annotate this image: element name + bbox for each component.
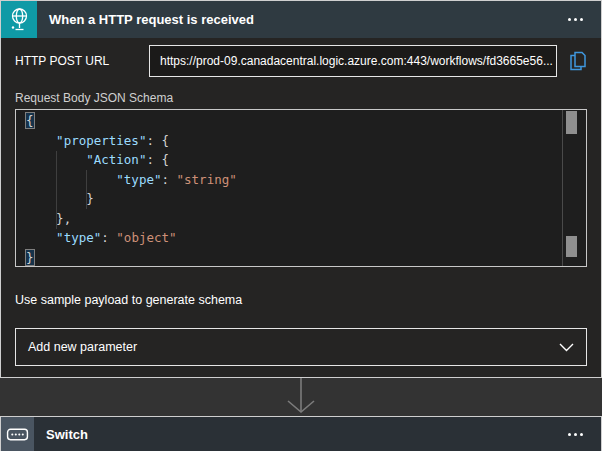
trigger-card-body: HTTP POST URL https://prod-09.canadacent… — [1, 38, 601, 377]
trigger-title: When a HTTP request is received — [49, 12, 254, 27]
logic-app-designer-canvas: When a HTTP request is received HTTP POS… — [0, 0, 602, 451]
switch-title: Switch — [46, 427, 88, 442]
copy-url-button[interactable] — [557, 50, 587, 72]
workflow-connector-arrow — [0, 378, 602, 416]
editor-scrollbar-thumb-secondary[interactable] — [566, 236, 577, 257]
switch-control-icon — [1, 417, 34, 451]
chevron-down-icon — [559, 338, 574, 356]
http-post-url-value[interactable]: https://prod-09.canadacentral.logic.azur… — [149, 45, 557, 77]
code-line: { — [26, 111, 586, 131]
switch-action-card[interactable]: Switch — [0, 416, 602, 451]
code-line: "Action": { — [26, 150, 586, 170]
switch-menu-ellipsis-icon[interactable] — [566, 429, 585, 440]
code-editor-lines: { "properties": { "Action": { "type": "s… — [16, 110, 586, 267]
trigger-card-header[interactable]: When a HTTP request is received — [1, 1, 601, 38]
json-schema-code-editor[interactable]: { "properties": { "Action": { "type": "s… — [15, 109, 587, 267]
editor-scrollbar-track[interactable] — [562, 110, 586, 266]
add-new-parameter-dropdown[interactable]: Add new parameter — [15, 328, 587, 366]
code-line: } — [26, 189, 586, 209]
http-request-globe-icon — [1, 1, 37, 38]
code-line: "properties": { — [26, 131, 586, 151]
indent-guide — [56, 151, 57, 229]
http-post-url-row: HTTP POST URL https://prod-09.canadacent… — [15, 45, 587, 77]
add-new-parameter-label: Add new parameter — [28, 340, 137, 354]
code-line: } — [26, 248, 586, 268]
code-line: "type": "object" — [26, 228, 586, 248]
editor-scrollbar-thumb[interactable] — [566, 111, 577, 134]
http-post-url-label: HTTP POST URL — [15, 54, 149, 68]
code-line: }, — [26, 209, 586, 229]
indent-guide — [86, 170, 87, 209]
use-sample-payload-link[interactable]: Use sample payload to generate schema — [15, 293, 242, 307]
trigger-card-http-request: When a HTTP request is received HTTP POS… — [0, 0, 602, 378]
request-body-json-schema-label: Request Body JSON Schema — [15, 91, 587, 105]
code-line: "type": "string" — [26, 170, 586, 190]
trigger-menu-ellipsis-icon[interactable] — [566, 14, 585, 25]
